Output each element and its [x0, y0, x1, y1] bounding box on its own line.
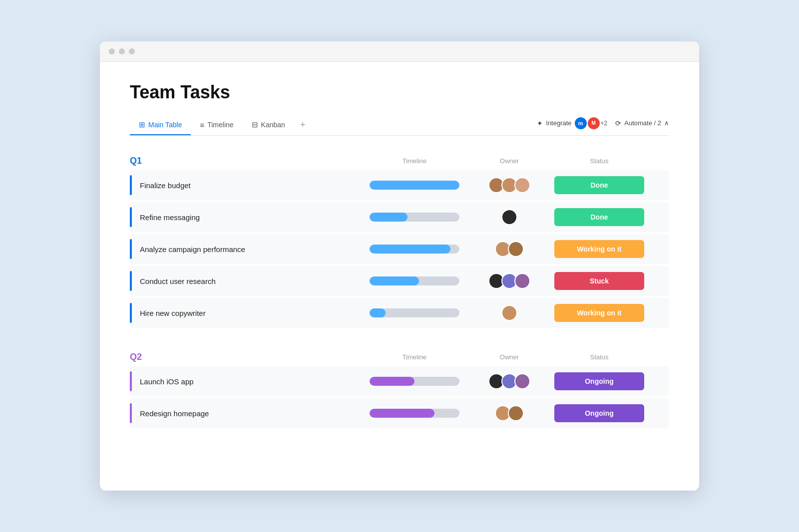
timeline-icon: ≡ — [200, 121, 204, 129]
section-header-q1: Q1TimelineOwnerStatus — [130, 156, 669, 166]
table-row[interactable]: Conduct user researchStuck — [130, 266, 669, 296]
timeline-cell — [360, 409, 469, 418]
status-cell[interactable]: Done — [549, 208, 649, 226]
timeline-bar — [370, 213, 459, 222]
section-title-text-q1: Q1 — [130, 156, 142, 166]
timeline-fill — [370, 213, 407, 222]
status-badge: Stuck — [554, 272, 644, 290]
automate-button[interactable]: ⟳ Automate / 2 ∧ — [615, 119, 669, 127]
dot-green — [129, 48, 135, 54]
section-q1: Q1TimelineOwnerStatusFinalize budgetDone… — [130, 156, 669, 328]
task-name-cell: Finalize budget — [130, 175, 360, 195]
timeline-cell — [360, 377, 469, 386]
monday-icon: m — [575, 117, 587, 129]
task-name-cell: Refine messaging — [130, 207, 360, 227]
table-row[interactable]: Analyze campaign performanceWorking on i… — [130, 234, 669, 264]
toolbar-right: ✦ Integrate m M +2 ⟳ Automate / 2 ∧ — [537, 117, 669, 133]
section-title-q2: Q2 — [130, 352, 360, 362]
task-name: Launch iOS app — [140, 377, 194, 386]
timeline-bar — [370, 245, 459, 254]
table-row[interactable]: Refine messagingDone — [130, 202, 669, 232]
timeline-bar — [370, 181, 459, 190]
dot-yellow — [119, 48, 125, 54]
tab-timeline[interactable]: ≡ Timeline — [191, 116, 242, 135]
avatar — [508, 405, 524, 421]
timeline-bar — [370, 276, 459, 285]
kanban-icon: ⊟ — [252, 120, 258, 129]
avatar — [514, 373, 530, 389]
col-header-status-q2: Status — [549, 353, 649, 361]
task-name-cell: Analyze campaign performance — [130, 239, 360, 259]
timeline-fill — [370, 409, 434, 418]
avatar — [508, 241, 524, 257]
owner-cell — [469, 273, 549, 289]
col-header-status-q1: Status — [549, 157, 649, 165]
tab-bar: ⊞ Main Table ≡ Timeline ⊟ Kanban + ✦ Int… — [130, 115, 669, 136]
timeline-bar — [370, 409, 459, 418]
timeline-bar — [370, 308, 459, 317]
table-row[interactable]: Redesign homepageOngoing — [130, 398, 669, 428]
task-name: Refine messaging — [140, 213, 200, 222]
tab-kanban[interactable]: ⊟ Kanban — [243, 115, 294, 135]
timeline-fill — [370, 181, 459, 190]
section-q2: Q2TimelineOwnerStatusLaunch iOS appOngoi… — [130, 352, 669, 428]
table-row[interactable]: Finalize budgetDone — [130, 170, 669, 200]
timeline-fill — [370, 245, 450, 254]
owner-cell — [469, 373, 549, 389]
section-title-text-q2: Q2 — [130, 352, 142, 362]
task-name: Conduct user research — [140, 277, 216, 285]
task-name: Analyze campaign performance — [140, 245, 245, 254]
status-badge: Done — [554, 208, 644, 226]
integration-icons: m M +2 — [575, 117, 608, 129]
tab-add-button[interactable]: + — [294, 115, 312, 135]
task-color-bar — [130, 207, 132, 227]
status-badge: Ongoing — [554, 372, 644, 390]
task-color-bar — [130, 371, 132, 391]
col-header-timeline-q2: Timeline — [360, 353, 469, 361]
task-name-cell: Conduct user research — [130, 271, 360, 291]
timeline-cell — [360, 308, 469, 317]
integrate-button[interactable]: ✦ Integrate m M +2 — [537, 117, 607, 129]
avatar — [501, 209, 517, 225]
table-row[interactable]: Launch iOS appOngoing — [130, 366, 669, 396]
owner-cell — [469, 305, 549, 321]
owner-cell — [469, 177, 549, 193]
section-title-q1: Q1 — [130, 156, 360, 166]
avatar — [514, 273, 530, 289]
timeline-fill — [370, 308, 386, 317]
section-header-q2: Q2TimelineOwnerStatus — [130, 352, 669, 362]
timeline-cell — [360, 245, 469, 254]
gmail-icon: M — [588, 117, 600, 129]
task-name-cell: Launch iOS app — [130, 371, 360, 391]
status-badge: Done — [554, 176, 644, 194]
status-cell[interactable]: Working on it — [549, 304, 649, 322]
main-content: Team Tasks ⊞ Main Table ≡ Timeline ⊟ Kan… — [100, 62, 699, 472]
task-name: Hire new copywriter — [140, 309, 206, 317]
owner-cell — [469, 405, 549, 421]
automate-icon: ⟳ — [615, 119, 621, 127]
table-row[interactable]: Hire new copywriterWorking on it — [130, 298, 669, 328]
status-cell[interactable]: Stuck — [549, 272, 649, 290]
dot-red — [109, 48, 115, 54]
task-color-bar — [130, 403, 132, 423]
title-bar — [100, 41, 699, 62]
owner-cell — [469, 209, 549, 225]
avatar — [501, 305, 517, 321]
status-cell[interactable]: Ongoing — [549, 372, 649, 390]
timeline-bar — [370, 377, 459, 386]
owner-cell — [469, 241, 549, 257]
app-window: Team Tasks ⊞ Main Table ≡ Timeline ⊟ Kan… — [100, 41, 699, 491]
task-name: Redesign homepage — [140, 409, 209, 418]
timeline-cell — [360, 181, 469, 190]
status-cell[interactable]: Ongoing — [549, 404, 649, 422]
page-title: Team Tasks — [130, 82, 669, 103]
timeline-cell — [360, 213, 469, 222]
main-table-icon: ⊞ — [139, 120, 145, 129]
task-color-bar — [130, 239, 132, 259]
status-cell[interactable]: Working on it — [549, 240, 649, 258]
status-badge: Ongoing — [554, 404, 644, 422]
status-cell[interactable]: Done — [549, 176, 649, 194]
col-header-timeline-q1: Timeline — [360, 157, 469, 165]
tab-main-table[interactable]: ⊞ Main Table — [130, 115, 191, 135]
task-name: Finalize budget — [140, 181, 191, 190]
